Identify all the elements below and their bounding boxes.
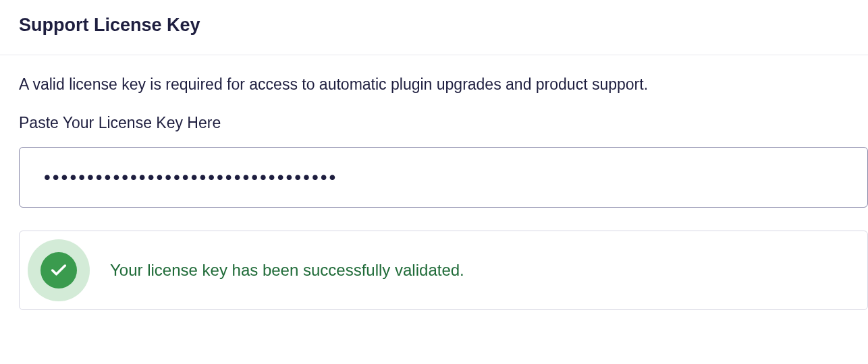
validation-status-message: Your license key has been successfully v… [110,261,464,280]
license-description: A valid license key is required for acce… [19,75,868,94]
section-header: Support License Key [0,0,868,55]
check-icon [28,239,90,301]
license-content: A valid license key is required for acce… [0,55,868,330]
validation-status-box: Your license key has been successfully v… [19,231,868,310]
section-title: Support License Key [19,15,849,36]
license-field-label: Paste Your License Key Here [19,114,868,132]
license-key-input[interactable] [19,147,868,208]
